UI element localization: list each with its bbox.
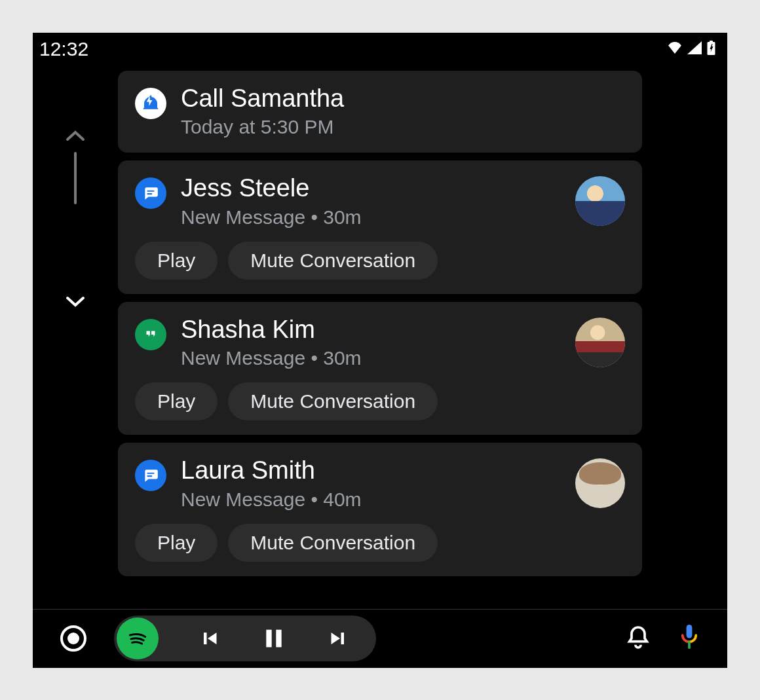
media-controls — [114, 616, 376, 661]
notification-card[interactable]: Shasha Kim New Message • 30m Play Mute C… — [118, 302, 642, 435]
assistant-mic-button[interactable] — [677, 623, 701, 654]
svg-rect-5 — [266, 630, 271, 648]
notification-card[interactable]: Laura Smith New Message • 40m Play Mute … — [118, 443, 642, 576]
spotify-icon[interactable] — [117, 617, 159, 659]
scroll-track — [74, 152, 77, 204]
bottom-nav-bar — [33, 609, 727, 668]
card-subtitle: New Message • 30m — [181, 347, 575, 369]
card-title: Call Samantha — [181, 84, 625, 114]
contact-avatar — [575, 176, 625, 226]
svg-point-3 — [67, 633, 79, 644]
mute-conversation-button[interactable]: Mute Conversation — [228, 382, 438, 420]
card-subtitle: Today at 5:30 PM — [181, 116, 625, 138]
content-area: Call Samantha Today at 5:30 PM Jess Stee… — [33, 71, 727, 609]
status-icons — [668, 41, 715, 58]
messages-app-icon — [135, 460, 166, 491]
svg-rect-1 — [710, 41, 713, 43]
scroll-indicator — [33, 71, 118, 609]
scroll-down-button[interactable] — [66, 296, 85, 310]
mute-conversation-button[interactable]: Mute Conversation — [228, 524, 438, 562]
play-button[interactable]: Play — [135, 382, 218, 420]
play-button[interactable]: Play — [135, 524, 218, 562]
mute-conversation-button[interactable]: Mute Conversation — [228, 242, 438, 280]
skip-previous-button[interactable] — [198, 627, 221, 650]
card-title: Laura Smith — [181, 456, 575, 486]
notification-card[interactable]: Jess Steele New Message • 30m Play Mute … — [118, 160, 642, 294]
contact-avatar — [575, 318, 625, 367]
card-subtitle: New Message • 40m — [181, 488, 575, 511]
notifications-button[interactable] — [625, 624, 651, 653]
hangouts-app-icon — [135, 319, 166, 350]
status-bar: 12:32 — [33, 33, 727, 65]
reminder-app-icon — [135, 88, 166, 119]
skip-next-button[interactable] — [326, 627, 350, 650]
notification-list: Call Samantha Today at 5:30 PM Jess Stee… — [118, 71, 727, 609]
svg-rect-7 — [687, 625, 693, 638]
battery-charging-icon — [707, 41, 715, 58]
notification-card[interactable]: Call Samantha Today at 5:30 PM — [118, 71, 642, 153]
status-time: 12:32 — [39, 38, 88, 60]
play-button[interactable]: Play — [135, 242, 218, 280]
pause-button[interactable] — [261, 625, 287, 652]
launcher-button[interactable] — [59, 624, 88, 653]
contact-avatar — [575, 458, 625, 508]
wifi-icon — [668, 42, 682, 56]
scroll-up-button[interactable] — [66, 130, 85, 144]
card-subtitle: New Message • 30m — [181, 206, 575, 229]
cell-signal-icon — [687, 41, 702, 57]
card-title: Jess Steele — [181, 174, 575, 204]
car-display: 12:32 — [33, 33, 727, 668]
card-title: Shasha Kim — [181, 315, 575, 345]
svg-rect-6 — [276, 630, 281, 648]
messages-app-icon — [135, 177, 166, 209]
